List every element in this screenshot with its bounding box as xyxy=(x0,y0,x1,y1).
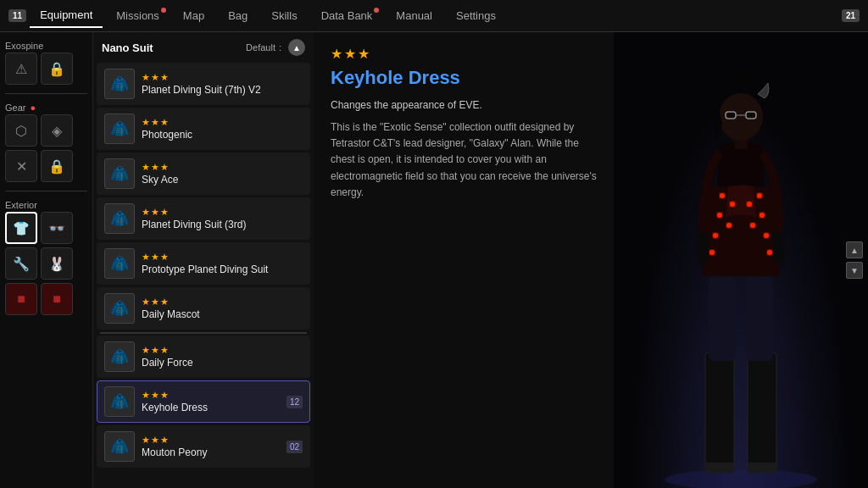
list-item-5[interactable]: 🧥 ★★★ Prototype Planet Diving Suit xyxy=(97,242,310,285)
list-item-7[interactable]: 🧥 ★★★ Daily Force xyxy=(97,336,310,378)
svg-point-8 xyxy=(730,202,735,207)
svg-point-0 xyxy=(665,469,817,488)
exterior-icons-row3: ■ ■ xyxy=(5,283,87,315)
item-icon-9: 🧥 xyxy=(104,431,135,462)
character-panel: ▲ ▼ xyxy=(614,32,868,488)
right-badge: 21 xyxy=(842,9,860,22)
svg-point-12 xyxy=(726,223,732,228)
tab-manual[interactable]: Manual xyxy=(386,4,442,27)
item-stars-5: ★★★ xyxy=(142,252,303,263)
list-item-1[interactable]: 🧥 ★★★ Planet Diving Suit (7th) V2 xyxy=(97,63,310,105)
left-badge: 11 xyxy=(8,9,26,22)
exterior-label: Exterior xyxy=(5,200,87,210)
item-stars-8: ★★★ xyxy=(142,390,287,401)
svg-point-14 xyxy=(760,213,765,218)
detail-description: This is the "Exotic Sense" collection ou… xyxy=(331,119,597,201)
item-icon-5: 🧥 xyxy=(104,248,135,279)
list-item-4[interactable]: 🧥 ★★★ Planet Diving Suit (3rd) xyxy=(97,197,310,240)
item-icon-2: 🧥 xyxy=(104,114,135,144)
gear-section: Gear ● ⬡ ◈ ✕ 🔒 xyxy=(5,103,87,182)
tab-bag[interactable]: Bag xyxy=(218,4,258,27)
nano-suit-title: Nano Suit xyxy=(102,42,153,54)
svg-point-16 xyxy=(764,233,769,238)
item-icon-4: 🧥 xyxy=(104,203,135,234)
gear-icons-row2: ✕ 🔒 xyxy=(5,150,87,182)
exterior-icon-bunny[interactable]: 🐰 xyxy=(41,247,73,280)
item-name-6: Daily Mascot xyxy=(142,308,303,320)
scroll-down-button[interactable]: ▼ xyxy=(846,262,863,279)
nano-suit-list[interactable]: 🧥 ★★★ Planet Diving Suit (7th) V2 🧥 ★★★ … xyxy=(93,63,314,488)
exospine-icon-2[interactable]: 🔒 xyxy=(41,53,73,85)
item-icon-1: 🧥 xyxy=(104,69,135,99)
scroll-indicator: ▲ ▼ xyxy=(846,241,863,279)
exterior-icon-tool[interactable]: 🔧 xyxy=(5,247,37,280)
gear-label: Gear ● xyxy=(5,103,87,113)
detail-subtitle: Changes the appearance of EVE. xyxy=(331,99,597,111)
gear-icon-1[interactable]: ⬡ xyxy=(5,114,37,147)
svg-rect-6 xyxy=(746,276,773,361)
exterior-icon-red1[interactable]: ■ xyxy=(5,283,37,315)
list-item-3[interactable]: 🧥 ★★★ Sky Ace xyxy=(97,152,310,195)
item-info-3: ★★★ Sky Ace xyxy=(142,162,303,186)
svg-point-11 xyxy=(717,213,722,218)
exterior-icon-red2[interactable]: ■ xyxy=(41,283,73,315)
exterior-icon-suit[interactable]: 👕 xyxy=(5,212,37,244)
tab-equipment[interactable]: Equipment xyxy=(30,3,103,28)
item-icon-6: 🧥 xyxy=(104,293,135,324)
tab-skills[interactable]: Skills xyxy=(261,4,307,27)
tab-databank[interactable]: Data Bank xyxy=(311,4,383,27)
detail-stars: ★★★ xyxy=(331,46,597,62)
item-name-8: Keyhole Dress xyxy=(142,402,287,413)
item-info-9: ★★★ Mouton Peony xyxy=(142,435,287,458)
item-name-3: Sky Ace xyxy=(142,174,303,186)
list-item-6[interactable]: 🧥 ★★★ Daily Mascot xyxy=(97,287,310,330)
list-separator xyxy=(100,332,307,334)
tab-map[interactable]: Map xyxy=(173,4,214,27)
default-label: Default xyxy=(246,42,275,53)
databank-dot xyxy=(374,8,379,13)
gear-icon-2[interactable]: ◈ xyxy=(41,114,73,147)
nano-suit-header: Nano Suit Default : ▲ xyxy=(93,32,314,63)
detail-panel: ★★★ Keyhole Dress Changes the appearance… xyxy=(314,32,614,488)
item-stars-4: ★★★ xyxy=(142,207,303,218)
list-item-8[interactable]: 🧥 ★★★ Keyhole Dress 12 xyxy=(97,380,310,423)
exterior-icon-glasses[interactable]: 👓 xyxy=(41,212,73,244)
exospine-section: Exospine ⚠ 🔒 xyxy=(5,41,87,85)
nano-suit-panel: Nano Suit Default : ▲ 🧥 ★★★ Planet Divin… xyxy=(93,32,314,488)
default-icon: ▲ xyxy=(288,39,305,56)
item-stars-3: ★★★ xyxy=(142,162,303,173)
divider-2 xyxy=(5,191,87,191)
item-info-8: ★★★ Keyhole Dress xyxy=(142,390,287,413)
gear-dot: ● xyxy=(31,103,36,113)
svg-rect-5 xyxy=(709,276,736,361)
top-navigation: 11 Equipment Missions Map Bag Skills Dat… xyxy=(0,0,868,32)
svg-point-10 xyxy=(757,193,762,198)
exterior-icons-row1: 👕 👓 xyxy=(5,212,87,244)
list-item-2[interactable]: 🧥 ★★★ Photogenic xyxy=(97,108,310,150)
svg-point-18 xyxy=(767,250,772,255)
item-badge-8: 12 xyxy=(287,396,303,408)
svg-rect-2 xyxy=(705,463,734,473)
main-layout: Exospine ⚠ 🔒 Gear ● ⬡ ◈ ✕ 🔒 Exterior xyxy=(0,32,868,488)
divider-1 xyxy=(5,93,87,94)
scroll-up-button[interactable]: ▲ xyxy=(846,241,863,258)
exospine-label: Exospine xyxy=(5,41,87,51)
svg-rect-3 xyxy=(748,352,776,471)
exospine-icon-1[interactable]: ⚠ xyxy=(5,53,37,85)
gear-icon-3[interactable]: ✕ xyxy=(5,150,37,182)
left-sidebar: Exospine ⚠ 🔒 Gear ● ⬡ ◈ ✕ 🔒 Exterior xyxy=(0,32,93,488)
tab-missions[interactable]: Missions xyxy=(106,4,170,27)
gear-icon-4[interactable]: 🔒 xyxy=(41,150,73,182)
item-name-9: Mouton Peony xyxy=(142,446,287,458)
item-stars-6: ★★★ xyxy=(142,297,303,308)
item-info-1: ★★★ Planet Diving Suit (7th) V2 xyxy=(142,72,303,96)
item-info-5: ★★★ Prototype Planet Diving Suit xyxy=(142,252,303,275)
default-colon: : xyxy=(279,42,281,53)
item-stars-7: ★★★ xyxy=(142,345,303,356)
svg-point-7 xyxy=(720,193,725,198)
item-info-2: ★★★ Photogenic xyxy=(142,117,303,141)
tab-settings[interactable]: Settings xyxy=(446,4,506,27)
item-info-4: ★★★ Planet Diving Suit (3rd) xyxy=(142,207,303,230)
character-figure xyxy=(631,47,851,488)
list-item-9[interactable]: 🧥 ★★★ Mouton Peony 02 xyxy=(97,425,310,468)
